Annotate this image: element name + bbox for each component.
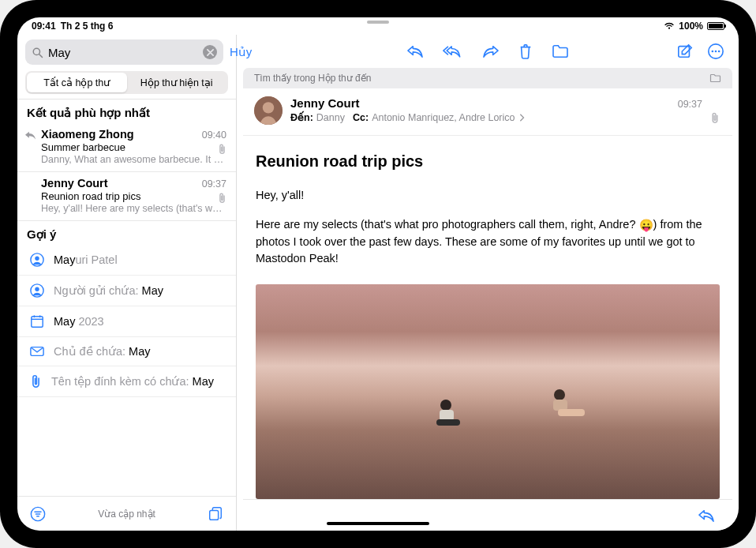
x-icon <box>207 49 214 56</box>
suggestion-date[interactable]: May 2023 <box>17 306 236 337</box>
attachment-icon <box>218 144 226 155</box>
svg-point-22 <box>263 102 274 113</box>
suggestion-person[interactable]: Mayuri Patel <box>17 245 236 276</box>
suggestion-text: Người gửi chứa: <box>54 284 142 297</box>
result-preview: Danny, What an awesome barbecue. It was … <box>41 154 226 165</box>
mail-paragraph: Hey, y'all! <box>256 187 720 204</box>
svg-rect-6 <box>32 317 43 328</box>
attachment-icon <box>218 193 226 204</box>
forward-icon[interactable] <box>482 44 500 58</box>
more-icon[interactable] <box>707 43 724 60</box>
person-icon <box>30 283 44 298</box>
svg-point-3 <box>35 257 39 261</box>
mail-header: Jenny Court 09:37 Đến: Danny Cc: Antonio… <box>243 88 732 136</box>
result-from: Jenny Court <box>41 177 202 190</box>
result-preview: Hey, y'all! Here are my selects (that's … <box>41 203 226 214</box>
suggestion-text: May <box>193 375 214 388</box>
envelope-icon <box>30 346 44 357</box>
reply-icon <box>25 131 36 140</box>
best-results-header: Kết quả phù hợp nhất <box>17 99 236 123</box>
scope-segment[interactable]: Tất cả hộp thư Hộp thư hiện tại <box>25 71 228 94</box>
svg-rect-28 <box>558 409 585 416</box>
cc-value: Antonio Manriquez, Andre Lorico <box>372 112 515 123</box>
home-indicator[interactable] <box>327 522 429 525</box>
updated-label: Vừa cập nhật <box>17 509 236 520</box>
paperclip-icon <box>30 374 42 388</box>
result-subject: Summer barbecue <box>41 141 226 153</box>
mail-pane: Tìm thấy trong Hộp thư đến Jenny Court 0… <box>237 35 739 531</box>
reply-icon[interactable] <box>698 509 715 523</box>
avatar[interactable] <box>254 96 283 125</box>
result-from: Xiaomeng Zhong <box>41 128 202 141</box>
tongue-emoji: 😛 <box>639 217 653 234</box>
result-item[interactable]: Jenny Court09:37 Reunion road trip pics … <box>17 172 236 221</box>
photo-attachment[interactable] <box>256 284 720 499</box>
search-input[interactable] <box>48 46 198 59</box>
battery-pct: 100% <box>679 21 703 32</box>
mail-paragraph: Here are my selects (that's what pro pho… <box>256 216 720 267</box>
mail-body: Reunion road trip pics Hey, y'all! Here … <box>243 136 732 499</box>
suggestion-text: May <box>54 253 75 266</box>
suggestion-text: May <box>142 284 163 297</box>
sidebar: Hủy Tất cả hộp thư Hộp thư hiện tại Kết … <box>17 35 237 531</box>
mail-recipients[interactable]: Đến: Danny Cc: Antonio Manriquez, Andre … <box>290 111 702 123</box>
compose-icon[interactable] <box>677 43 693 59</box>
svg-point-5 <box>35 287 39 291</box>
svg-point-20 <box>718 51 720 53</box>
status-bar: 09:41 Th 2 5 thg 6 100% <box>17 17 739 35</box>
suggestion-text: May <box>54 315 78 328</box>
suggestion-attachment[interactable]: Tên tệp đính kèm có chứa: May <box>17 366 236 397</box>
svg-point-19 <box>715 51 717 53</box>
result-item[interactable]: Xiaomeng Zhong09:40 Summer barbecue Dann… <box>17 123 236 172</box>
found-in-bar: Tìm thấy trong Hộp thư đến <box>243 68 732 88</box>
result-subject: Reunion road trip pics <box>41 190 226 202</box>
to-label: Đến: <box>290 111 313 123</box>
folder-icon[interactable] <box>709 73 721 83</box>
suggestion-text: Tên tệp đính kèm có chứa: <box>51 375 193 388</box>
reply-icon[interactable] <box>406 44 424 58</box>
status-time: 09:41 <box>32 21 56 32</box>
search-icon <box>32 47 43 58</box>
suggestions-header: Gợi ý <box>17 221 236 245</box>
bottom-bar <box>243 499 732 531</box>
trash-icon[interactable] <box>518 43 533 60</box>
calendar-icon <box>30 314 44 328</box>
attachment-icon <box>710 112 720 124</box>
battery-icon <box>707 22 724 30</box>
mail-subject: Reunion road trip pics <box>256 150 720 173</box>
cc-label: Cc: <box>353 112 369 123</box>
suggestion-text: 2023 <box>78 315 103 328</box>
toolbar <box>237 35 739 68</box>
svg-rect-24 <box>440 410 454 421</box>
mail-from[interactable]: Jenny Court <box>290 96 360 110</box>
svg-point-18 <box>712 51 714 53</box>
move-folder-icon[interactable] <box>552 44 569 58</box>
suggestion-text: uri Patel <box>75 253 117 266</box>
svg-line-1 <box>39 54 43 57</box>
reply-all-icon[interactable] <box>443 44 463 58</box>
seg-current-mailbox[interactable]: Hộp thư hiện tại <box>127 73 227 92</box>
to-value: Danny <box>316 112 345 123</box>
result-time: 09:40 <box>202 129 226 141</box>
person-icon <box>30 253 44 267</box>
seg-all-mailboxes[interactable]: Tất cả hộp thư <box>27 73 127 92</box>
svg-rect-27 <box>553 400 567 411</box>
suggestion-text: May <box>129 345 150 358</box>
suggestion-sender[interactable]: Người gửi chứa: May <box>17 276 236 306</box>
wifi-icon <box>664 22 675 30</box>
result-time: 09:37 <box>202 178 226 190</box>
search-box[interactable] <box>25 39 223 65</box>
svg-point-26 <box>554 389 565 400</box>
svg-point-23 <box>440 400 451 411</box>
clear-search-button[interactable] <box>203 45 217 59</box>
status-date: Th 2 5 thg 6 <box>61 21 114 32</box>
svg-rect-25 <box>436 419 460 426</box>
mail-time: 09:37 <box>678 99 702 110</box>
chevron-right-icon <box>518 114 525 122</box>
suggestion-subject[interactable]: Chủ đề chứa: May <box>17 337 236 366</box>
suggestion-text: Chủ đề chứa: <box>54 345 129 358</box>
found-in-label: Tìm thấy trong Hộp thư đến <box>254 73 371 84</box>
